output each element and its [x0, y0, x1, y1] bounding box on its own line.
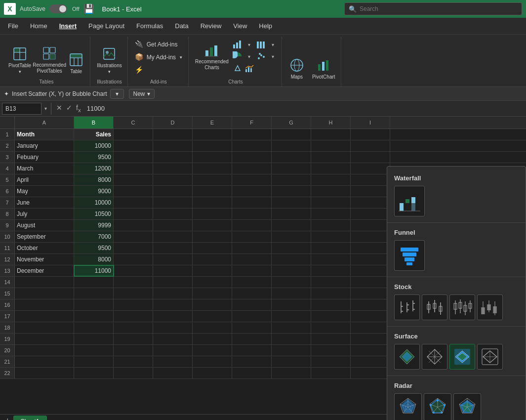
stock-chart-icon-4[interactable] — [477, 294, 503, 320]
cell-A11[interactable]: October — [15, 243, 74, 253]
cell-B4[interactable]: 12000 — [74, 163, 114, 174]
menu-review[interactable]: Review — [195, 19, 228, 33]
cell-B9[interactable]: 9999 — [74, 220, 114, 231]
sheet-tab-1[interactable]: Sheet1 — [13, 416, 47, 420]
row-num-15[interactable]: 15 — [0, 288, 15, 299]
autosave-toggle[interactable] — [49, 4, 67, 13]
row-num-1[interactable]: 1 — [0, 129, 15, 140]
menu-file[interactable]: File — [2, 19, 24, 33]
radar-chart-icon-2[interactable] — [424, 393, 451, 420]
scatter-dropdown-button[interactable]: ▾ — [110, 89, 124, 99]
cell-B11[interactable]: 9500 — [74, 243, 114, 253]
line-chart-dropdown[interactable]: ▾ — [268, 39, 279, 50]
cell-B10[interactable]: 7000 — [74, 231, 114, 242]
cell-C1[interactable] — [114, 129, 153, 140]
confirm-formula-icon[interactable]: ✓ — [65, 103, 73, 114]
col-header-F[interactable]: F — [232, 117, 272, 128]
stock-chart-icon-2[interactable] — [422, 294, 447, 320]
cell-A6[interactable]: May — [15, 186, 74, 197]
col-header-C[interactable]: C — [114, 117, 153, 128]
surface-chart-icon-3[interactable] — [449, 344, 475, 370]
cell-B12[interactable]: 8000 — [74, 254, 114, 265]
search-box[interactable]: 🔍 — [344, 2, 522, 15]
menu-data[interactable]: Data — [169, 19, 194, 33]
row-num-16[interactable]: 16 — [0, 299, 15, 310]
bar-chart-dropdown[interactable]: ▾ — [244, 39, 255, 50]
table-button[interactable]: Table — [65, 50, 87, 76]
row-num-12[interactable]: 12 — [0, 254, 15, 265]
menu-formulas[interactable]: Formulas — [130, 19, 169, 33]
funnel-chart-icon[interactable] — [394, 240, 425, 271]
row-num-4[interactable]: 4 — [0, 163, 15, 174]
row-num-10[interactable]: 10 — [0, 231, 15, 242]
menu-home[interactable]: Home — [24, 19, 53, 33]
cell-B3[interactable]: 9500 — [74, 152, 114, 163]
radar-chart-icon-1[interactable] — [394, 393, 422, 420]
search-input[interactable] — [360, 5, 518, 12]
row-num-11[interactable]: 11 — [0, 243, 15, 253]
row-num-17[interactable]: 17 — [0, 311, 15, 322]
cell-A5[interactable]: April — [15, 174, 74, 185]
row-num-3[interactable]: 3 — [0, 152, 15, 163]
row-num-9[interactable]: 9 — [0, 220, 15, 231]
stock-chart-icon-1[interactable] — [394, 294, 420, 320]
row-num-18[interactable]: 18 — [0, 322, 15, 333]
recommended-pivottables-button[interactable]: Recommended PivotTables — [36, 43, 63, 76]
cell-B1[interactable]: Sales — [74, 129, 114, 140]
cell-F1[interactable] — [232, 129, 272, 140]
combo-chart-button[interactable] — [244, 63, 255, 74]
row-num-19[interactable]: 19 — [0, 334, 15, 344]
cell-A12[interactable]: November — [15, 254, 74, 265]
cell-B2[interactable]: 10000 — [74, 140, 114, 151]
col-header-D[interactable]: D — [153, 117, 193, 128]
cell-G1[interactable] — [272, 129, 311, 140]
scatter-chart-button[interactable] — [256, 51, 267, 62]
cell-B8[interactable]: 10500 — [74, 209, 114, 219]
cell-H1[interactable] — [311, 129, 351, 140]
col-header-B[interactable]: B — [74, 117, 114, 128]
more-charts-button[interactable] — [232, 63, 243, 74]
radar-chart-icon-3[interactable] — [453, 393, 481, 420]
menu-view[interactable]: View — [227, 19, 253, 33]
menu-help[interactable]: Help — [253, 19, 278, 33]
cell-reference-box[interactable]: B13 — [2, 103, 41, 115]
cell-A7[interactable]: June — [15, 197, 74, 208]
row-num-20[interactable]: 20 — [0, 345, 15, 356]
row-num-21[interactable]: 21 — [0, 356, 15, 367]
surface-chart-icon-2[interactable] — [422, 344, 447, 370]
pivot-table-button[interactable]: PivotTable ▾ — [6, 44, 34, 76]
cell-B6[interactable]: 9000 — [74, 186, 114, 197]
row-num-13[interactable]: 13 — [0, 265, 15, 276]
col-header-H[interactable]: H — [311, 117, 351, 128]
formula-input[interactable] — [84, 105, 524, 112]
get-addins-button[interactable]: 🔌 Get Add-ins — [132, 39, 185, 50]
cell-B7[interactable]: 10000 — [74, 197, 114, 208]
cell-D1[interactable] — [153, 129, 193, 140]
row-num-22[interactable]: 22 — [0, 368, 15, 378]
cell-A10[interactable]: September — [15, 231, 74, 242]
cell-A2[interactable]: January — [15, 140, 74, 151]
row-num-8[interactable]: 8 — [0, 209, 15, 219]
menu-pagelayout[interactable]: Page Layout — [82, 19, 130, 33]
col-header-I[interactable]: I — [351, 117, 390, 128]
surface-chart-icon-4[interactable] — [477, 344, 503, 370]
menu-insert[interactable]: Insert — [53, 19, 82, 33]
col-header-E[interactable]: E — [193, 117, 232, 128]
row-num-14[interactable]: 14 — [0, 277, 15, 288]
add-sheet-button[interactable]: + — [2, 416, 13, 420]
bar-chart-button[interactable] — [232, 39, 243, 50]
col-header-G[interactable]: G — [272, 117, 311, 128]
surface-chart-icon-1[interactable] — [394, 344, 420, 370]
cell-ref-caret-icon[interactable]: ▾ — [44, 106, 47, 111]
scatter-chart-dropdown[interactable]: ▾ — [268, 51, 279, 62]
cell-A13[interactable]: December — [15, 265, 74, 276]
my-addins-button[interactable]: 📦 My Add-ins ▾ — [132, 51, 185, 63]
row-num-7[interactable]: 7 — [0, 197, 15, 208]
maps-button[interactable]: Maps — [286, 55, 308, 82]
new-button[interactable]: New ▾ — [129, 89, 155, 99]
pie-chart-button[interactable] — [232, 51, 243, 62]
pie-chart-dropdown[interactable]: ▾ — [244, 51, 255, 62]
row-num-2[interactable]: 2 — [0, 140, 15, 151]
save-icon[interactable]: 💾 — [83, 3, 94, 14]
row-num-6[interactable]: 6 — [0, 186, 15, 197]
